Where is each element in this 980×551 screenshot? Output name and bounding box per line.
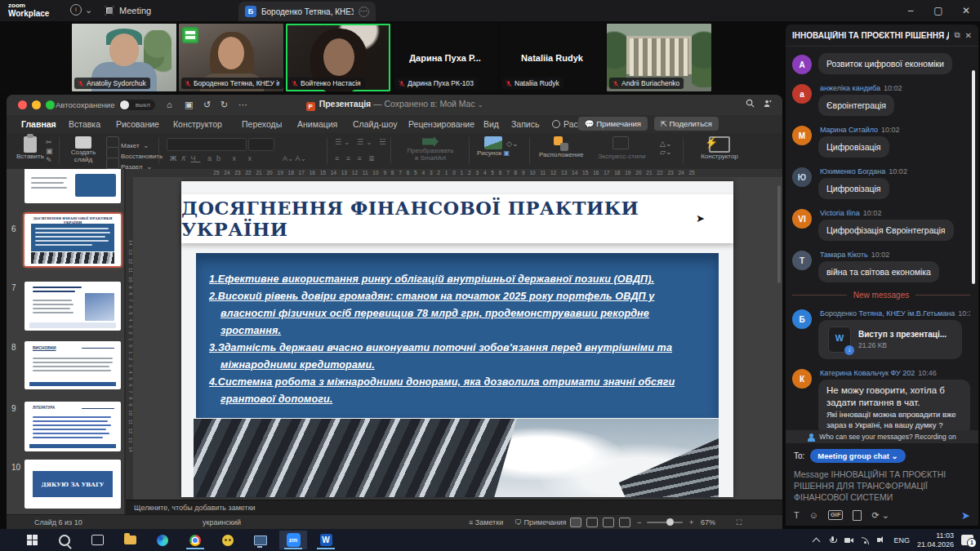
start-button[interactable]	[18, 531, 46, 549]
emoji-icon[interactable]: ☺	[809, 510, 818, 520]
tab-slideshow[interactable]: Слайд-шоу	[353, 115, 397, 133]
recipient-selector[interactable]: Meeting group chat ⌄	[810, 449, 905, 463]
video-tile[interactable]: Anatoliy Sydorchuk	[72, 24, 176, 91]
word-app-button[interactable]: W	[312, 531, 340, 549]
shapes-icon[interactable]: ◇⌄	[506, 140, 518, 148]
chevron-down-icon[interactable]: ⌄	[85, 5, 92, 16]
message-bubble[interactable]: Розвиток цифрової економіки	[818, 53, 952, 74]
message-bubble[interactable]: Цифрофізація Євроінтеграція	[818, 220, 954, 241]
reading-view-button[interactable]	[603, 518, 614, 527]
tab-animations[interactable]: Анимация	[297, 115, 337, 133]
task-view-button[interactable]	[83, 531, 111, 549]
video-tile[interactable]: Andrii Buriachenko	[607, 24, 711, 91]
avatar[interactable]: A	[792, 55, 812, 74]
picture-button[interactable]: Рисунок ▣	[477, 136, 510, 157]
slideshow-button[interactable]	[619, 518, 630, 527]
copy-icon[interactable]: ▣	[46, 147, 53, 155]
normal-view-button[interactable]	[570, 518, 581, 527]
shape-fill-icons[interactable]: △⌄▱⌄	[660, 140, 671, 156]
chat-message-list[interactable]: A Розвиток цифрової економіки a анжеліка…	[786, 47, 978, 430]
tab-design[interactable]: Конструктор	[173, 115, 222, 133]
slide-thumbnail-panel[interactable]: 6 ДОСЯГНЕННЯ ФІНАНСОВОЇ ПРАКТИКИ УКРАЇНИ…	[7, 169, 124, 514]
cut-icon[interactable]: ✂	[46, 138, 52, 146]
popout-icon[interactable]: ⧉	[954, 30, 960, 40]
avatar[interactable]: К	[792, 369, 812, 389]
close-button[interactable]: ✕	[952, 0, 980, 21]
share-presence-icon[interactable]	[763, 99, 773, 110]
file-explorer-button[interactable]	[116, 531, 144, 549]
avatar[interactable]: a	[792, 84, 812, 104]
download-icon[interactable]: ↓	[844, 345, 854, 355]
tab-transitions[interactable]: Переходы	[242, 115, 282, 133]
video-tile[interactable]: Дарина Пуха Р... Дарина Пуха РК-103	[393, 24, 497, 91]
message-bubble[interactable]: війна та світова економіка	[818, 261, 939, 282]
slide-thumbnail-9[interactable]: ЛІТЕРАТУРА	[24, 402, 121, 451]
font-style-buttons[interactable]: ЖКЧ ab x x	[170, 154, 256, 162]
camera-app-button[interactable]	[214, 531, 242, 549]
tab-meeting[interactable]: Meeting	[98, 2, 158, 19]
language-indicator[interactable]: украинский	[203, 515, 241, 530]
fit-slide-button[interactable]: ⛶	[737, 515, 742, 530]
search-icon[interactable]	[746, 99, 755, 110]
text-format-icon[interactable]: T	[794, 510, 800, 520]
slide-sorter-button[interactable]	[586, 518, 598, 527]
font-color-buttons[interactable]: A⌄ A⌄	[283, 154, 306, 162]
taskbar-search[interactable]	[51, 531, 78, 549]
message-bubble[interactable]: Не можу говорити, хотіла б задати питанн…	[818, 380, 970, 430]
slide-thumbnail-8[interactable]: ВИСНОВКИ	[24, 341, 121, 389]
font-size-select[interactable]	[248, 138, 274, 151]
canvas-scrollbar[interactable]	[777, 185, 781, 283]
file-attachment[interactable]: W↓ Виступ з презентаці... 21.26 KB	[818, 320, 962, 359]
slide-thumbnail-6-selected[interactable]: ДОСЯГНЕННЯ ФІНАНСОВОЇ ПРАКТИКИ УКРАЇНИ	[24, 214, 121, 266]
tab-record[interactable]: Запись	[511, 115, 539, 133]
avatar[interactable]: Ю	[792, 167, 812, 187]
avatar[interactable]: T	[792, 251, 812, 270]
info-icon[interactable]: i	[70, 4, 82, 16]
format-painter-icon[interactable]: ✎	[46, 156, 52, 164]
tab-insert[interactable]: Вставка	[69, 115, 100, 133]
comments-toggle[interactable]: 🗨 Примечания	[514, 515, 566, 530]
avatar[interactable]: VI	[792, 209, 812, 229]
zoom-slider[interactable]	[647, 522, 683, 523]
notes-toggle[interactable]: ≡ Заметки	[469, 515, 503, 530]
attach-file-icon[interactable]	[853, 510, 862, 521]
comments-button[interactable]: 💬 Примечания	[578, 117, 648, 131]
avatar[interactable]: Б	[792, 309, 812, 329]
list-buttons[interactable]: ☰⌄ ☰⌄ ☱	[335, 138, 388, 146]
recording-banner[interactable]: Who can see your messages? Recording on	[786, 430, 978, 443]
video-tile[interactable]: Бороденко Тетяна, КНЕУ ім.В...	[179, 24, 283, 91]
this-pc-button[interactable]	[247, 531, 274, 549]
screenshot-icon[interactable]: ⟳ ⌄	[871, 510, 889, 521]
quick-styles-button[interactable]: Экспресс-стили	[598, 136, 646, 160]
message-bubble[interactable]: Євроінтеграція	[818, 95, 894, 116]
gif-icon[interactable]: GIF	[828, 510, 844, 520]
tab-draw[interactable]: Рисование	[116, 115, 159, 133]
zoom-in-button[interactable]: +	[689, 515, 693, 530]
chat-close-icon[interactable]: ✕	[965, 31, 972, 40]
maximize-button[interactable]: ▢	[924, 0, 952, 21]
tray-expand-icon[interactable]	[812, 535, 821, 544]
tab-review[interactable]: Рецензирование	[408, 115, 474, 133]
minimize-button[interactable]: –	[897, 0, 924, 21]
align-buttons[interactable]: ≡ ≡ ≡ ≣	[335, 154, 377, 162]
avatar[interactable]: M	[792, 126, 812, 145]
arrange-button[interactable]: Расположение	[539, 136, 583, 158]
slide-thumbnail-7[interactable]	[24, 282, 121, 331]
slide[interactable]: ДОСЯГНЕННЯ ФІНАНСОВОЇ ПРАКТИКИ УКРАЇНИ ➤…	[181, 181, 733, 497]
share-button[interactable]: ⇱ Поделиться	[654, 117, 719, 131]
notification-center-icon[interactable]: 1	[961, 535, 973, 545]
smartart-button[interactable]: Преобразоватьв SmartArt	[397, 136, 464, 162]
font-name-select[interactable]	[167, 138, 247, 151]
tray-mic-icon[interactable]	[828, 535, 837, 544]
tab-home[interactable]: Главная	[21, 115, 56, 135]
send-icon[interactable]: ➤	[961, 509, 970, 522]
slide-content-box[interactable]: 1.Ефективне використання ринку облігацій…	[196, 253, 719, 418]
tray-volume-icon[interactable]	[877, 535, 886, 544]
zoom-percent[interactable]: 67%	[701, 515, 715, 530]
zoom-out-button[interactable]: −	[637, 515, 641, 530]
zoom-app-button[interactable]: zm	[279, 531, 307, 549]
edge-button[interactable]	[149, 531, 176, 549]
video-tile-active-speaker[interactable]: Войтенко Настасія	[286, 24, 390, 91]
notes-pane[interactable]: Щелкните, чтобы добавить заметки	[126, 500, 782, 514]
tab-view[interactable]: Вид	[483, 115, 499, 133]
